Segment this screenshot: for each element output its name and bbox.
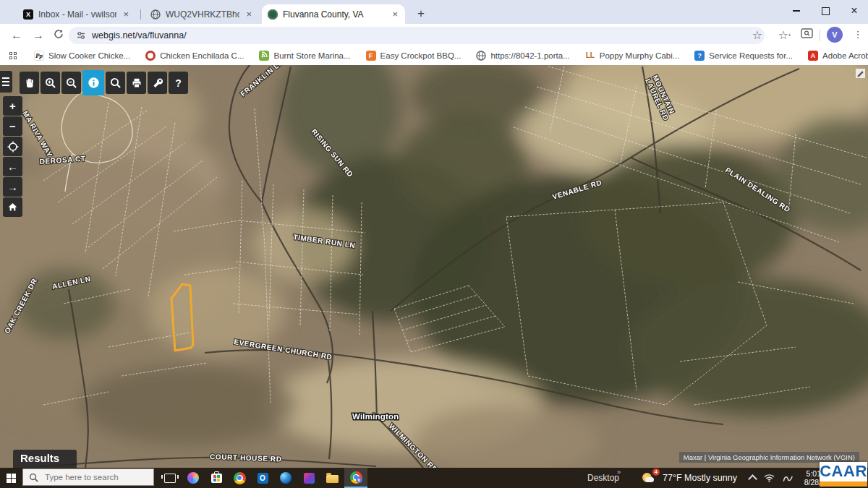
back-icon[interactable]: ← [9, 27, 25, 43]
file-explorer-button[interactable] [321, 468, 343, 488]
bookmark-item[interactable]: A Adobe Acrobat [808, 51, 868, 61]
zoom-out-button[interactable]: − [3, 116, 22, 136]
bookmark-item[interactable]: F Easy Crockpot BBQ... [366, 51, 461, 61]
previous-extent-button[interactable]: ← [3, 157, 22, 176]
windows-taskbar: O v Desktop » 4 77°F Mostly sunny 5:01 8… [0, 468, 868, 488]
tab-title: Inbox - Mail - vwilsonrealtor@ [38, 9, 116, 20]
search-tool-button[interactable] [106, 72, 125, 94]
bookmark-star-icon[interactable]: ☆ [749, 27, 765, 43]
bookmark-item[interactable]: Burnt Store Marina... [259, 51, 350, 61]
start-button[interactable] [0, 468, 22, 488]
bookmark-sparkle-icon[interactable]: ☆+ [775, 27, 791, 43]
clock-time: 5:01 [794, 469, 821, 478]
zoom-in-tool-button[interactable] [41, 72, 60, 94]
address-bar[interactable]: webgis.net/va/fluvanna/ [69, 27, 765, 44]
help-button[interactable]: ? [169, 72, 188, 94]
weather-widget[interactable]: 4 [642, 471, 656, 484]
wifi-icon [764, 474, 775, 482]
green-rss-favicon [259, 51, 269, 61]
map-edit-icon[interactable] [856, 69, 865, 78]
zoom-in-button[interactable]: + [3, 96, 22, 116]
arrow-right-icon: → [7, 181, 18, 193]
taskbar-search[interactable] [22, 468, 154, 486]
copilot-icon [187, 472, 199, 484]
chrome-button[interactable] [229, 468, 250, 488]
reload-icon[interactable] [51, 27, 67, 43]
tab-close-icon[interactable]: × [391, 9, 399, 19]
browser-toolbar: ← → webgis.net/va/fluvanna/ ☆ ☆+ V ⋮ [0, 24, 868, 46]
side-panel-search-icon[interactable] [799, 27, 814, 43]
pan-hand-button[interactable] [20, 72, 39, 94]
microsoft-store-icon [211, 474, 222, 483]
desktop-label[interactable]: Desktop [587, 468, 619, 488]
tools-button[interactable] [148, 72, 167, 94]
bookmark-item[interactable]: LL Poppy Murphy Cabi... [585, 51, 680, 61]
bookmark-item[interactable]: Pp Slow Cooker Chicke... [34, 51, 130, 61]
tab-close-icon[interactable]: × [244, 9, 253, 19]
window-minimize-button[interactable] [783, 0, 810, 22]
magnifier-minus-icon [65, 77, 78, 90]
globe-favicon [476, 51, 486, 61]
gis-map-canvas[interactable]: FRANKLIN LN RISING SUN RD MOUNTAIN LAURE… [0, 65, 868, 468]
script-pp-favicon: Pp [34, 51, 44, 61]
task-view-button[interactable] [159, 468, 181, 488]
outlook-button[interactable]: O [252, 468, 273, 488]
wrench-icon [151, 77, 164, 90]
profile-avatar[interactable]: V [827, 27, 843, 43]
print-button[interactable] [127, 72, 146, 94]
bookmark-item[interactable]: ? Service Requests for... [694, 51, 793, 61]
edge-button[interactable] [275, 468, 297, 488]
hand-icon [23, 77, 36, 90]
microsoft-store-button[interactable] [205, 468, 227, 488]
crosshair-icon [7, 141, 19, 153]
copilot-button[interactable] [182, 468, 204, 488]
tab-inbox-mail[interactable]: X Inbox - Mail - vwilsonrealtor@ × [17, 4, 136, 24]
tab-separator [140, 9, 141, 20]
window-close-button[interactable]: × [841, 0, 868, 22]
microsoft-365-button[interactable] [298, 468, 320, 488]
forward-icon[interactable]: → [30, 27, 46, 43]
tab-close-icon[interactable]: × [122, 9, 130, 19]
map-attribution: Maxar | Virginia Geographic Information … [679, 452, 859, 463]
edge-icon [280, 472, 292, 484]
file-explorer-icon [326, 475, 339, 483]
next-extent-button[interactable]: → [3, 177, 22, 197]
apps-grid-icon[interactable] [9, 52, 17, 59]
taskbar-clock[interactable]: 5:01 8/28/ [794, 469, 821, 487]
site-settings-icon[interactable] [76, 30, 86, 40]
question-icon: ? [175, 77, 182, 89]
tab-title: Fluvanna County, VA [283, 9, 386, 20]
tab-fluvanna-county[interactable]: Fluvanna County, VA × [262, 4, 405, 24]
microsoft-365-icon [304, 473, 315, 484]
map-menu-toggle[interactable] [0, 71, 12, 93]
x-mail-favicon: X [23, 9, 33, 20]
pen-squiggle-icon [783, 474, 793, 482]
clock-date: 8/28/ [794, 478, 821, 487]
windows-logo-icon [7, 474, 16, 483]
tab-wuq2[interactable]: WUQ2VHRKZTBhcWtHWVVjb × [145, 4, 259, 24]
results-panel-tab[interactable]: Results [13, 450, 77, 468]
window-maximize-button[interactable] [812, 0, 839, 22]
caar-logo: CAAR [820, 462, 867, 487]
browser-menu-icon[interactable]: ⋮ [852, 27, 864, 43]
bookmark-item[interactable]: Chicken Enchilada C... [145, 51, 244, 61]
new-tab-button[interactable]: + [412, 5, 430, 22]
full-extent-button[interactable] [3, 137, 22, 156]
bookmark-item[interactable]: https://8042-1.porta... [476, 51, 569, 61]
place-label: Wilmington [352, 412, 399, 421]
taskbar-search-input[interactable] [43, 472, 148, 482]
printer-icon [130, 77, 143, 90]
weather-text[interactable]: 77°F Mostly sunny [663, 468, 737, 488]
taskbar-overflow-chevron[interactable]: » [617, 468, 621, 476]
show-hidden-icons-chevron[interactable] [748, 474, 757, 484]
home-button[interactable] [3, 197, 22, 217]
chrome-icon: v [350, 471, 362, 484]
identify-info-button[interactable] [82, 70, 104, 95]
tab-strip: X Inbox - Mail - vwilsonrealtor@ × WUQ2V… [0, 0, 868, 24]
aerial-imagery: FRANKLIN LN RISING SUN RD MOUNTAIN LAURE… [0, 65, 868, 468]
zoom-out-tool-button[interactable] [61, 72, 81, 94]
arrow-left-icon: ← [7, 160, 18, 173]
map-side-toolbar: + − ← → [3, 96, 22, 217]
blue-question-favicon: ? [694, 51, 705, 61]
chrome-active-button[interactable]: v [344, 468, 367, 488]
